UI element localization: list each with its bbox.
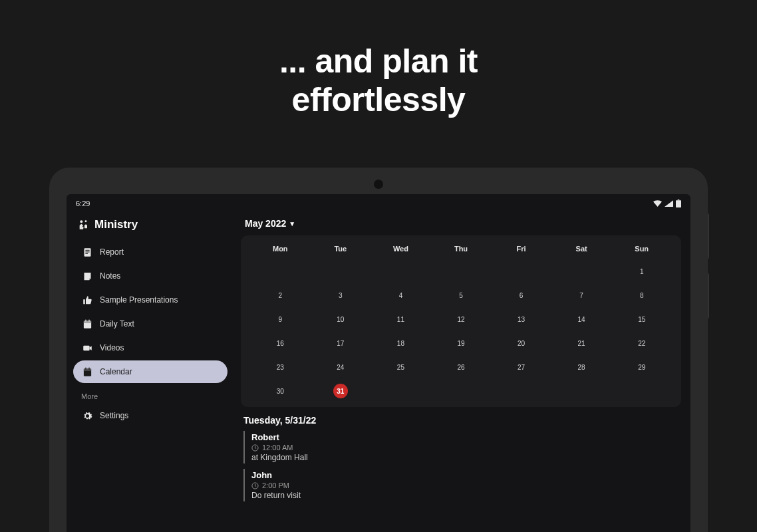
event-name: Robert bbox=[251, 432, 681, 442]
main-content: May 2022 ▼ MonTueWedThuFriSatSun 1234567… bbox=[234, 213, 690, 532]
svg-rect-5 bbox=[85, 249, 89, 250]
svg-rect-7 bbox=[85, 253, 88, 253]
wifi-icon bbox=[653, 200, 662, 207]
sidebar-item-settings[interactable]: Settings bbox=[73, 404, 227, 427]
sidebar-item-daily-text[interactable]: Daily Text bbox=[73, 313, 227, 335]
svg-rect-11 bbox=[88, 319, 89, 321]
svg-rect-0 bbox=[676, 200, 681, 207]
status-clock: 6:29 bbox=[76, 200, 90, 207]
document-icon bbox=[81, 246, 93, 258]
svg-rect-14 bbox=[83, 368, 90, 370]
sidebar-item-label: Daily Text bbox=[100, 319, 134, 329]
calendar-day-cell bbox=[551, 379, 612, 403]
calendar-day-cell[interactable]: 8 bbox=[611, 283, 672, 307]
calendar-day-cell[interactable]: 9 bbox=[250, 307, 311, 331]
calendar-day-cell bbox=[491, 379, 551, 403]
month-label: May 2022 bbox=[245, 218, 286, 229]
month-switcher[interactable]: May 2022 ▼ bbox=[245, 218, 681, 229]
weekday-header-cell: Wed bbox=[371, 242, 431, 259]
calendar-day-cell[interactable]: 18 bbox=[371, 331, 431, 355]
clock-icon bbox=[251, 444, 259, 452]
sidebar-item-videos[interactable]: Videos bbox=[73, 336, 227, 359]
sidebar-item-report[interactable]: Report bbox=[73, 241, 227, 263]
svg-point-3 bbox=[85, 220, 87, 222]
tablet-frame: 6:29 Ministry bbox=[49, 168, 708, 532]
calendar-icon bbox=[81, 366, 93, 378]
app-logo-icon bbox=[77, 219, 89, 231]
calendar-day-cell[interactable]: 21 bbox=[551, 331, 612, 355]
calendar-day-cell[interactable]: 6 bbox=[491, 283, 551, 307]
promo-line-2: effortlessly bbox=[0, 81, 757, 120]
calendar-day-cell[interactable]: 17 bbox=[311, 331, 371, 355]
video-icon bbox=[81, 342, 93, 354]
calendar-day-cell[interactable]: 13 bbox=[491, 307, 551, 331]
tablet-camera bbox=[374, 180, 383, 189]
svg-rect-1 bbox=[678, 200, 680, 200]
calendar-day-cell[interactable]: 16 bbox=[250, 331, 311, 355]
calendar-day-cell[interactable]: 14 bbox=[551, 307, 612, 331]
calendar-day-cell bbox=[371, 379, 431, 403]
gear-icon bbox=[81, 410, 93, 422]
calendar-day-cell[interactable]: 19 bbox=[431, 331, 492, 355]
calendar-day-cell[interactable]: 2 bbox=[250, 283, 311, 307]
event-name: John bbox=[251, 470, 681, 480]
sidebar-section-more: More bbox=[81, 392, 227, 400]
thumbs-up-icon bbox=[81, 294, 93, 306]
event-card[interactable]: Robert12:00 AMat Kingdom Hall bbox=[243, 431, 681, 464]
calendar-day-cell[interactable]: 3 bbox=[311, 283, 371, 307]
calendar-day-cell bbox=[371, 259, 431, 283]
weekday-header-cell: Sun bbox=[611, 242, 672, 259]
sidebar-item-label: Notes bbox=[100, 271, 120, 281]
calendar-day-cell[interactable]: 20 bbox=[491, 331, 551, 355]
sidebar: Ministry Report bbox=[67, 213, 234, 532]
calendar-day-cell bbox=[611, 379, 672, 403]
nav-list: Report Notes Sample Presenta bbox=[73, 241, 227, 383]
weekday-header-cell: Thu bbox=[431, 242, 492, 259]
calendar-day-cell bbox=[311, 259, 371, 283]
app-screen: 6:29 Ministry bbox=[67, 194, 690, 532]
event-card[interactable]: John2:00 PMDo return visit bbox=[243, 469, 681, 501]
calendar-day-cell[interactable]: 5 bbox=[431, 283, 492, 307]
calendar-day-cell[interactable]: 23 bbox=[250, 355, 311, 379]
selected-date-label: Tuesday, 5/31/22 bbox=[243, 415, 681, 426]
sidebar-item-label: Videos bbox=[100, 343, 124, 352]
event-time: 2:00 PM bbox=[262, 481, 289, 489]
calendar-day-cell[interactable]: 30 bbox=[250, 379, 311, 403]
sidebar-item-label: Report bbox=[100, 247, 124, 257]
calendar-weekday-header: MonTueWedThuFriSatSun bbox=[250, 242, 672, 259]
sidebar-item-calendar[interactable]: Calendar bbox=[73, 360, 227, 383]
svg-rect-10 bbox=[85, 319, 86, 321]
calendar-day-cell[interactable]: 22 bbox=[611, 331, 672, 355]
calendar-day-cell[interactable]: 1 bbox=[611, 259, 672, 283]
calendar-day-cell[interactable]: 10 bbox=[311, 307, 371, 331]
svg-point-2 bbox=[80, 220, 82, 223]
app-title: Ministry bbox=[94, 218, 138, 231]
promo-line-1: ... and plan it bbox=[0, 43, 757, 81]
sidebar-item-notes[interactable]: Notes bbox=[73, 265, 227, 287]
calendar-day-cell[interactable]: 7 bbox=[551, 283, 612, 307]
calendar-day-cell[interactable]: 4 bbox=[371, 283, 431, 307]
event-time-row: 12:00 AM bbox=[251, 444, 681, 452]
calendar-day-cell bbox=[250, 259, 311, 283]
sidebar-item-label: Calendar bbox=[100, 367, 132, 376]
calendar-day-cell[interactable]: 28 bbox=[551, 355, 612, 379]
weekday-header-cell: Fri bbox=[491, 242, 551, 259]
sidebar-item-sample-presentations[interactable]: Sample Presentations bbox=[73, 289, 227, 311]
calendar-day-cell[interactable]: 31 bbox=[311, 379, 371, 403]
weekday-header-cell: Tue bbox=[311, 242, 371, 259]
svg-rect-9 bbox=[83, 321, 90, 323]
calendar-day-cell[interactable]: 24 bbox=[311, 355, 371, 379]
svg-rect-15 bbox=[85, 367, 86, 369]
promo-headline: ... and plan it effortlessly bbox=[0, 43, 757, 119]
app-title-row: Ministry bbox=[73, 218, 227, 231]
calendar-day-cell[interactable]: 26 bbox=[431, 355, 492, 379]
calendar-day-cell[interactable]: 27 bbox=[491, 355, 551, 379]
calendar-day-cell[interactable]: 25 bbox=[371, 355, 431, 379]
calendar-day-cell[interactable]: 29 bbox=[611, 355, 672, 379]
status-icons bbox=[653, 200, 681, 207]
calendar-day-cell[interactable]: 12 bbox=[431, 307, 492, 331]
calendar-day-cell[interactable]: 11 bbox=[371, 307, 431, 331]
weekday-header-cell: Mon bbox=[250, 242, 311, 259]
event-time-row: 2:00 PM bbox=[251, 481, 681, 489]
calendar-day-cell[interactable]: 15 bbox=[611, 307, 672, 331]
